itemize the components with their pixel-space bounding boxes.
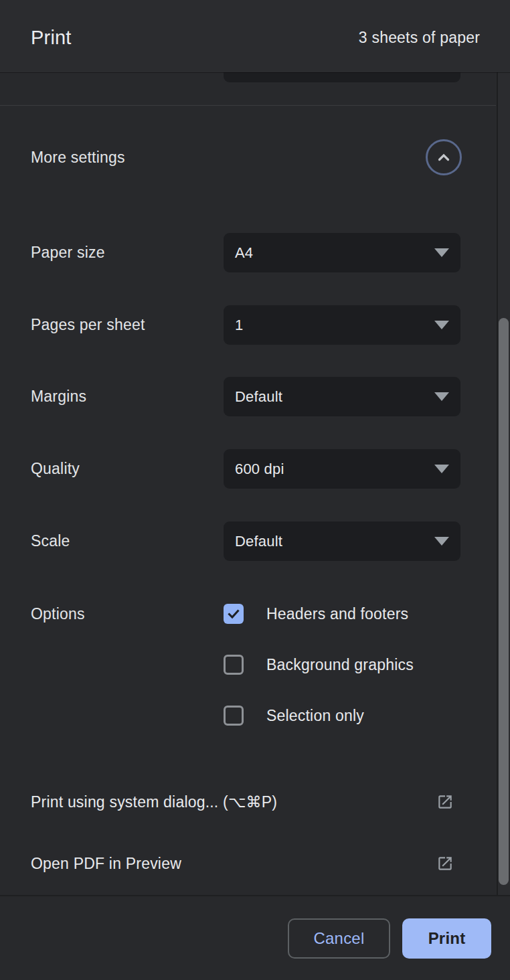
options-label: Options [31, 604, 85, 624]
dialog-header: Print 3 sheets of paper [0, 0, 510, 72]
margins-label: Margins [31, 377, 86, 416]
scrollbar-thumb[interactable] [499, 318, 509, 885]
checkbox-1[interactable] [224, 655, 244, 675]
open-in-new-icon [436, 793, 454, 811]
selection-only-label[interactable]: Selection only [266, 706, 364, 726]
print-button[interactable]: Print [402, 918, 491, 959]
system-dialog-link[interactable]: Print using system dialog... (⌥⌘P) [0, 792, 496, 812]
cancel-button[interactable]: Cancel [288, 918, 390, 959]
headers-and-footers-label[interactable]: Headers and footers [266, 604, 408, 624]
scale-value: Default [235, 533, 434, 550]
margins-select[interactable]: Default [224, 377, 460, 416]
more-settings-label: More settings [31, 137, 125, 177]
margins-value: Default [235, 388, 434, 406]
pages-per-sheet-select[interactable]: 1 [224, 305, 460, 345]
caret-down-icon [434, 321, 449, 329]
dialog-title: Print [31, 0, 72, 72]
caret-down-icon [434, 392, 449, 401]
open-pdf-preview-link-label: Open PDF in Preview [31, 853, 181, 874]
checkbox-0[interactable] [224, 604, 244, 624]
settings-scroll-area: More settings Paper size A4 Pages per sh… [0, 0, 496, 895]
caret-down-icon [434, 465, 449, 473]
caret-down-icon [434, 537, 449, 546]
pages-per-sheet-label: Pages per sheet [31, 305, 145, 345]
quality-label: Quality [31, 449, 80, 489]
section-divider [0, 105, 496, 106]
paper-size-value: A4 [235, 244, 434, 262]
print-dialog: More settings Paper size A4 Pages per sh… [0, 0, 510, 980]
check-icon [226, 606, 242, 622]
open-pdf-preview-link[interactable]: Open PDF in Preview [0, 853, 496, 874]
paper-size-label: Paper size [31, 233, 105, 272]
quality-value: 600 dpi [235, 461, 434, 478]
quality-select[interactable]: 600 dpi [224, 449, 460, 489]
checkbox-2[interactable] [224, 706, 244, 726]
dialog-footer: Cancel Print [0, 895, 510, 980]
sheets-summary: 3 sheets of paper [359, 0, 480, 72]
scale-select[interactable]: Default [224, 521, 460, 561]
scrollbar-track[interactable] [497, 72, 510, 895]
clipped-dropdown-bottom[interactable] [224, 72, 460, 82]
scale-label: Scale [31, 521, 70, 561]
pages-per-sheet-value: 1 [235, 317, 434, 334]
background-graphics-label[interactable]: Background graphics [266, 655, 414, 675]
system-dialog-link-label: Print using system dialog... (⌥⌘P) [31, 792, 277, 812]
more-settings-collapse-button[interactable] [426, 139, 462, 175]
paper-size-select[interactable]: A4 [224, 233, 460, 272]
open-in-new-icon [436, 855, 454, 872]
caret-down-icon [434, 248, 449, 257]
chevron-up-icon [434, 147, 454, 167]
